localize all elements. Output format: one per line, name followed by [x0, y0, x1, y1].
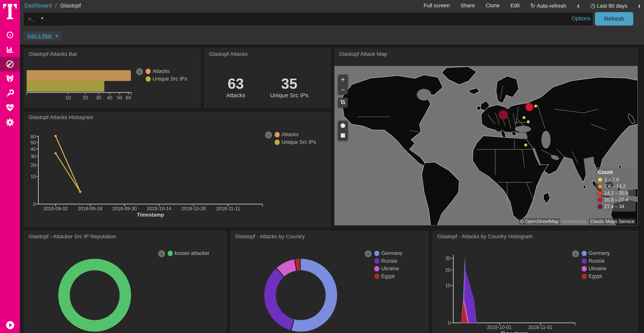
full-screen-button[interactable]: Full screen	[424, 3, 450, 9]
svg-text:Timestamp: Timestamp	[501, 331, 528, 333]
sidebar-item-dev-tools[interactable]	[0, 86, 20, 101]
legend-items: GermanyRussiaUkraineEgypt	[582, 250, 610, 279]
breadcrumb: Dashboard / Glastopf	[24, 3, 81, 9]
legend-item[interactable]: Attacks	[146, 68, 187, 74]
refresh-button[interactable]: Refresh	[595, 12, 633, 26]
metric-row: 63 Attacks 35 Unique Src IPs	[204, 76, 330, 99]
legend-expand-icon[interactable]: ›	[158, 250, 165, 257]
legend-expand-icon[interactable]: ›	[365, 250, 372, 257]
play-icon	[9, 323, 12, 327]
legend-item[interactable]: known attacker	[168, 250, 210, 256]
legend-items: known attacker	[168, 250, 210, 256]
svg-text:0: 0	[448, 320, 450, 325]
legend-item[interactable]: Russia	[582, 258, 610, 264]
attack-location-dot[interactable]	[524, 143, 527, 147]
elastic-maps-service-link[interactable]: Elastic Maps Service	[589, 218, 636, 224]
metric-value: 63	[226, 76, 245, 92]
navbar-menu: Full screen Share Clone Edit ↻Auto-refre…	[424, 2, 644, 10]
svg-text:2018-09-16: 2018-09-16	[78, 206, 102, 211]
map-draw-rectangle-button[interactable]	[338, 131, 348, 141]
svg-text:2018-11-01: 2018-11-01	[528, 324, 552, 330]
legend-expand-icon[interactable]: ›	[136, 68, 143, 75]
clock-icon: ◷	[590, 2, 595, 9]
search-input-box[interactable]: >_ *	[24, 13, 593, 26]
edit-button[interactable]: Edit	[510, 3, 520, 9]
legend-item[interactable]: Germany	[374, 250, 402, 256]
attack-location-dot[interactable]	[525, 103, 534, 111]
polygon-icon	[340, 123, 346, 128]
openstreetmap-link[interactable]: © OpenStreetMap	[519, 218, 560, 224]
share-button[interactable]: Share	[460, 3, 475, 9]
sidebar-item-visualize[interactable]	[0, 42, 20, 57]
panel-title[interactable]: Glastopf Attack Map	[339, 51, 387, 57]
bar-chart-icon	[6, 46, 14, 53]
panel-attacks-metric: Glastopf Attacks 63 Attacks 35 Unique Sr…	[204, 49, 330, 108]
time-picker-button[interactable]: ◷Last 90 days	[590, 2, 627, 9]
map-draw-polygon-button[interactable]	[338, 121, 348, 131]
compass-icon	[6, 31, 14, 39]
svg-text:50: 50	[117, 95, 122, 100]
sidebar-item-management[interactable]	[0, 115, 20, 130]
legend-expand-icon[interactable]: ›	[265, 132, 272, 139]
map-legend-title: Count	[598, 169, 633, 175]
metric-value: 35	[270, 76, 308, 92]
world-map[interactable]: + − Count 1	[334, 66, 638, 225]
map-legend-item: 1 – 7.6	[598, 177, 633, 182]
breadcrumb-dashboard-link[interactable]: Dashboard	[24, 3, 52, 9]
square-icon	[340, 133, 346, 138]
legend-item[interactable]: Attacks	[275, 132, 316, 138]
sidebar-item-discover[interactable]	[0, 28, 20, 42]
time-back-button[interactable]: ‹	[577, 2, 580, 10]
legend-item[interactable]: Ukraine	[582, 266, 610, 272]
sidebar-item-dashboard[interactable]	[0, 57, 20, 71]
clone-button[interactable]: Clone	[486, 3, 500, 9]
panel-attacks-histogram: Glastopf Attacks Histogram 0102030405060…	[24, 112, 330, 227]
attack-location-dot[interactable]	[534, 105, 537, 108]
svg-text:30: 30	[96, 95, 101, 100]
panel-attack-map: Glastopf Attack Map	[334, 49, 638, 225]
map-zoom-out-button[interactable]: −	[338, 85, 348, 95]
legend-item[interactable]: Russia	[374, 258, 402, 264]
svg-text:20: 20	[83, 95, 88, 100]
sidebar-item-monitoring[interactable]	[0, 101, 20, 115]
legend-item[interactable]: Egypt	[582, 273, 610, 279]
time-forward-button[interactable]: ›	[638, 2, 640, 10]
dashboard-gauge-icon	[6, 60, 14, 68]
sidebar-expand-button[interactable]	[6, 321, 14, 329]
map-count-legend: Count 1 – 7.67.6 – 14.214.2 – 20.820.8 –…	[595, 167, 636, 212]
search-query-text[interactable]: *	[41, 16, 593, 23]
svg-text:40: 40	[30, 146, 36, 152]
add-filter-button[interactable]: Add a filter +	[24, 32, 62, 41]
sidebar-item-timelion[interactable]	[0, 71, 20, 86]
reputation-donut-chart	[24, 231, 226, 333]
panel-title[interactable]: Glastopf Attacks	[209, 51, 248, 57]
map-fit-bounds-button[interactable]	[338, 98, 348, 108]
panel-attacks-by-country-histogram: Glastopf - Attacks by Country Histogram …	[432, 231, 638, 333]
t-logo-icon	[3, 4, 17, 20]
map-zoom-in-button[interactable]: +	[338, 75, 348, 85]
legend-expand-icon[interactable]: ›	[572, 250, 579, 257]
chart-legend: › GermanyRussiaUkraineEgypt	[365, 250, 402, 279]
legend-item[interactable]: Ukraine	[374, 266, 402, 272]
attack-location-dot[interactable]	[522, 116, 526, 119]
attack-location-dot[interactable]	[527, 120, 530, 123]
t-mobile-logo[interactable]	[0, 4, 20, 20]
breadcrumb-page: Glastopf	[60, 3, 81, 9]
legend-item[interactable]: Germany	[582, 250, 610, 256]
svg-text:2018-10-01: 2018-10-01	[487, 324, 512, 330]
svg-text:10: 10	[66, 95, 71, 100]
map-zoom-controls: + −	[338, 75, 348, 95]
auto-refresh-button[interactable]: ↻Auto-refresh	[530, 2, 566, 9]
svg-text:30: 30	[30, 154, 36, 159]
attack-location-dot[interactable]	[498, 110, 508, 120]
country-donut-chart	[230, 231, 428, 333]
legend-item[interactable]: Unique Src IPs	[275, 139, 316, 145]
map-fit-control	[338, 98, 348, 108]
svg-text:20: 20	[445, 267, 450, 273]
attacks-histogram-chart: 01020304050602018-09-022018-09-162018-09…	[24, 112, 330, 227]
options-link[interactable]: Options	[572, 15, 591, 22]
legend-item[interactable]: Unique Src IPs	[146, 76, 187, 82]
svg-text:50: 50	[30, 140, 36, 145]
svg-text:60: 60	[30, 134, 36, 139]
legend-item[interactable]: Egypt	[374, 273, 402, 279]
